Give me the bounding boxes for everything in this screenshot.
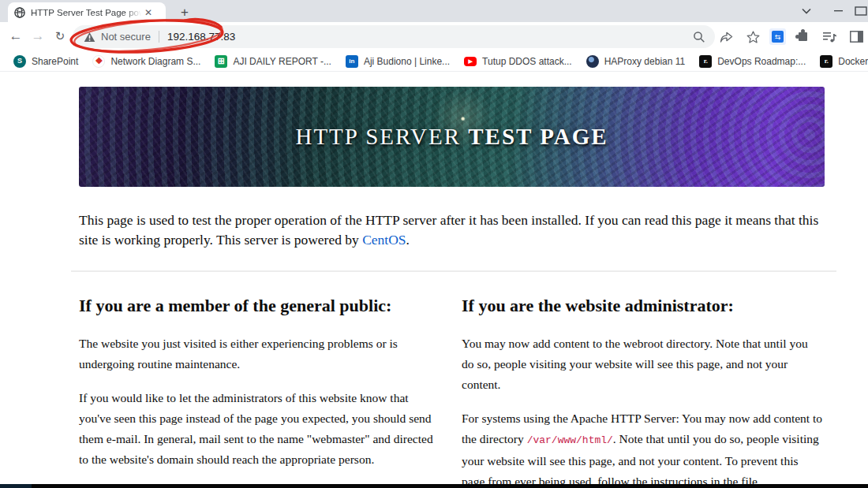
url-text[interactable]: 192.168.77.83: [167, 31, 235, 43]
intro-paragraph: This page is used to test the proper ope…: [79, 210, 825, 250]
bookmark-haproxy[interactable]: HAProxy debian 11: [579, 53, 693, 70]
bookmark-star-icon[interactable]: [743, 27, 763, 47]
browser-tab[interactable]: HTTP Server Test Page powered ✕: [8, 2, 166, 22]
bookmark-docker-roadmap[interactable]: r. Docker Roadmap -...: [813, 53, 868, 70]
roadmap-icon: r.: [699, 55, 712, 68]
paragraph: For systems using the Apache HTTP Server…: [462, 408, 823, 485]
google-sheets-icon: ⊞: [215, 55, 227, 68]
drawio-icon: ❖: [92, 55, 105, 68]
tab-title: HTTP Server Test Page powered: [31, 8, 141, 17]
centos-link[interactable]: CentOS: [362, 232, 406, 248]
administrator-section: If you are the website administrator: Yo…: [462, 296, 823, 485]
share-icon[interactable]: [716, 27, 736, 47]
paragraph: The website you just visited is either e…: [79, 333, 442, 374]
side-panel-icon[interactable]: [846, 27, 866, 47]
general-public-section: If you are a member of the general publi…: [79, 296, 442, 485]
search-icon[interactable]: [689, 27, 709, 47]
paragraph: You may now add content to the webroot d…: [462, 333, 823, 395]
address-bar[interactable]: Not secure 192.168.77.83: [73, 25, 715, 48]
tab-close-icon[interactable]: ✕: [144, 8, 152, 17]
administrator-heading: If you are the website administrator:: [462, 296, 823, 316]
bookmark-linkedin[interactable]: in Aji Budiono | Linke...: [339, 53, 457, 70]
general-public-heading: If you are a member of the general publi…: [79, 296, 442, 316]
tab-search-chevron-icon[interactable]: [791, 0, 822, 22]
page-title: HTTP SERVER TEST PAGE: [295, 124, 608, 150]
youtube-icon: ▶: [464, 57, 477, 66]
new-tab-button[interactable]: +: [175, 3, 194, 22]
sharepoint-icon: S: [13, 55, 26, 68]
test-page-banner: HTTP SERVER TEST PAGE: [79, 87, 825, 187]
omnibox-divider: [159, 31, 159, 43]
reload-button[interactable]: ↻: [49, 25, 71, 47]
linkedin-icon: in: [346, 55, 358, 68]
minimize-button[interactable]: [822, 0, 854, 22]
taskbar-edge: [0, 484, 868, 488]
maximize-button[interactable]: [854, 0, 868, 22]
globe-favicon-icon: [14, 7, 25, 18]
browser-toolbar: ← → ↻ Not secure 192.168.77.83 ⇆: [0, 22, 868, 51]
divider-rule: [71, 270, 836, 272]
security-label[interactable]: Not secure: [101, 31, 151, 43]
paragraph: If you would like to let the administrat…: [79, 388, 442, 470]
tab-strip: HTTP Server Test Page powered ✕ +: [0, 0, 868, 22]
translate-icon[interactable]: ⇆: [769, 28, 786, 45]
extensions-puzzle-icon[interactable]: [792, 27, 813, 47]
path-code: /var/www/html/: [527, 434, 613, 446]
roadmap-icon: r.: [820, 55, 832, 68]
bookmark-network-diagram[interactable]: ❖ Network Diagram S...: [85, 53, 208, 70]
not-secure-warning-icon[interactable]: [84, 32, 95, 43]
media-playlist-icon[interactable]: [819, 27, 840, 47]
bookmarks-bar: S SharePoint ❖ Network Diagram S... ⊞ AJ…: [0, 51, 868, 72]
bookmark-youtube[interactable]: ▶ Tutup DDOS attack...: [457, 53, 579, 70]
bookmark-aji-daily-report[interactable]: ⊞ AJI DAILY REPORT -...: [208, 53, 338, 70]
forward-button[interactable]: →: [27, 25, 49, 47]
bookmark-sharepoint[interactable]: S SharePoint: [6, 53, 85, 70]
back-button[interactable]: ←: [5, 25, 27, 47]
page-content: HTTP SERVER TEST PAGE This page is used …: [0, 73, 868, 485]
haproxy-icon: [586, 55, 599, 68]
bookmark-devops-roadmap[interactable]: r. DevOps Roadmap:...: [692, 53, 813, 70]
